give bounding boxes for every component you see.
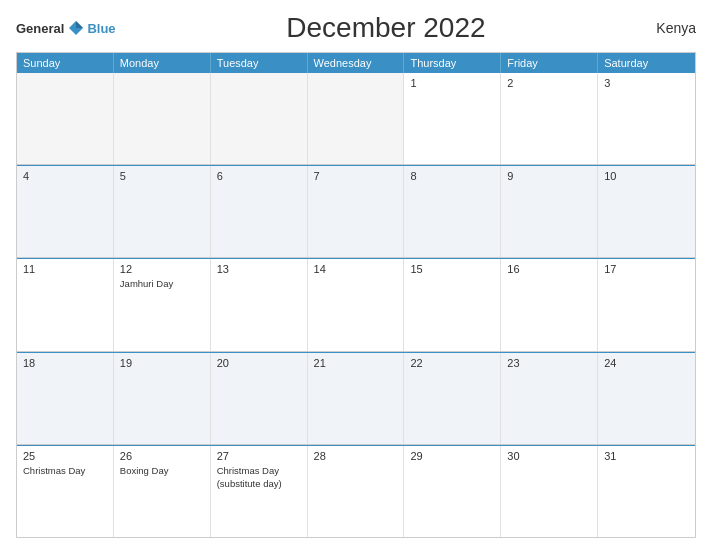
- day-number: 29: [410, 450, 494, 462]
- day-header-wednesday: Wednesday: [308, 53, 405, 73]
- day-number: 25: [23, 450, 107, 462]
- calendar: SundayMondayTuesdayWednesdayThursdayFrid…: [16, 52, 696, 538]
- day-cell: 25Christmas Day: [17, 446, 114, 537]
- day-number: 5: [120, 170, 204, 182]
- day-cell: 22: [404, 353, 501, 444]
- logo: General Blue: [16, 19, 116, 37]
- day-cell: 30: [501, 446, 598, 537]
- day-cell: 1: [404, 73, 501, 164]
- day-cell: 14: [308, 259, 405, 350]
- day-header-sunday: Sunday: [17, 53, 114, 73]
- day-cell: [211, 73, 308, 164]
- day-number: 31: [604, 450, 689, 462]
- calendar-body: 123456789101112Jamhuri Day13141516171819…: [17, 73, 695, 537]
- day-cell: 15: [404, 259, 501, 350]
- day-event: Christmas Day: [23, 465, 85, 476]
- day-cell: [17, 73, 114, 164]
- day-number: 18: [23, 357, 107, 369]
- day-cell: 10: [598, 166, 695, 257]
- day-number: 21: [314, 357, 398, 369]
- day-cell: 4: [17, 166, 114, 257]
- calendar-title: December 2022: [286, 12, 485, 44]
- day-cell: 19: [114, 353, 211, 444]
- week-row-5: 25Christmas Day26Boxing Day27Christmas D…: [17, 445, 695, 537]
- page-header: General Blue December 2022 Kenya: [16, 12, 696, 44]
- day-number: 7: [314, 170, 398, 182]
- day-cell: 5: [114, 166, 211, 257]
- day-cell: 3: [598, 73, 695, 164]
- day-cell: 24: [598, 353, 695, 444]
- day-cell: 26Boxing Day: [114, 446, 211, 537]
- day-number: 20: [217, 357, 301, 369]
- day-cell: 28: [308, 446, 405, 537]
- day-cell: 29: [404, 446, 501, 537]
- day-cell: 6: [211, 166, 308, 257]
- day-cell: 12Jamhuri Day: [114, 259, 211, 350]
- svg-marker-1: [76, 21, 83, 28]
- day-cell: 13: [211, 259, 308, 350]
- calendar-header: SundayMondayTuesdayWednesdayThursdayFrid…: [17, 53, 695, 73]
- day-number: 16: [507, 263, 591, 275]
- logo-icon: [67, 19, 85, 37]
- day-cell: 20: [211, 353, 308, 444]
- day-number: 12: [120, 263, 204, 275]
- day-number: 15: [410, 263, 494, 275]
- day-number: 8: [410, 170, 494, 182]
- day-cell: [308, 73, 405, 164]
- day-number: 17: [604, 263, 689, 275]
- week-row-3: 1112Jamhuri Day1314151617: [17, 258, 695, 351]
- logo-blue-text: Blue: [87, 21, 115, 36]
- day-cell: 16: [501, 259, 598, 350]
- day-number: 22: [410, 357, 494, 369]
- day-number: 24: [604, 357, 689, 369]
- day-number: 3: [604, 77, 689, 89]
- day-number: 19: [120, 357, 204, 369]
- week-row-1: 123: [17, 73, 695, 165]
- day-number: 2: [507, 77, 591, 89]
- day-cell: 11: [17, 259, 114, 350]
- day-cell: 27Christmas Day (substitute day): [211, 446, 308, 537]
- day-number: 11: [23, 263, 107, 275]
- day-event: Jamhuri Day: [120, 278, 173, 289]
- day-cell: 9: [501, 166, 598, 257]
- day-cell: 23: [501, 353, 598, 444]
- calendar-page: General Blue December 2022 Kenya SundayM…: [0, 0, 712, 550]
- country-label: Kenya: [656, 20, 696, 36]
- day-number: 6: [217, 170, 301, 182]
- day-number: 14: [314, 263, 398, 275]
- day-cell: 31: [598, 446, 695, 537]
- day-header-friday: Friday: [501, 53, 598, 73]
- day-number: 10: [604, 170, 689, 182]
- day-number: 1: [410, 77, 494, 89]
- day-number: 9: [507, 170, 591, 182]
- day-header-saturday: Saturday: [598, 53, 695, 73]
- day-cell: 18: [17, 353, 114, 444]
- day-cell: 8: [404, 166, 501, 257]
- week-row-2: 45678910: [17, 165, 695, 258]
- day-event: Boxing Day: [120, 465, 169, 476]
- week-row-4: 18192021222324: [17, 352, 695, 445]
- day-number: 13: [217, 263, 301, 275]
- day-number: 26: [120, 450, 204, 462]
- day-number: 27: [217, 450, 301, 462]
- day-cell: 2: [501, 73, 598, 164]
- day-header-monday: Monday: [114, 53, 211, 73]
- day-cell: 21: [308, 353, 405, 444]
- day-cell: [114, 73, 211, 164]
- day-number: 4: [23, 170, 107, 182]
- day-event: Christmas Day (substitute day): [217, 465, 282, 489]
- day-cell: 7: [308, 166, 405, 257]
- day-number: 28: [314, 450, 398, 462]
- day-header-tuesday: Tuesday: [211, 53, 308, 73]
- day-number: 30: [507, 450, 591, 462]
- logo-general-text: General: [16, 21, 64, 36]
- day-number: 23: [507, 357, 591, 369]
- day-cell: 17: [598, 259, 695, 350]
- day-header-thursday: Thursday: [404, 53, 501, 73]
